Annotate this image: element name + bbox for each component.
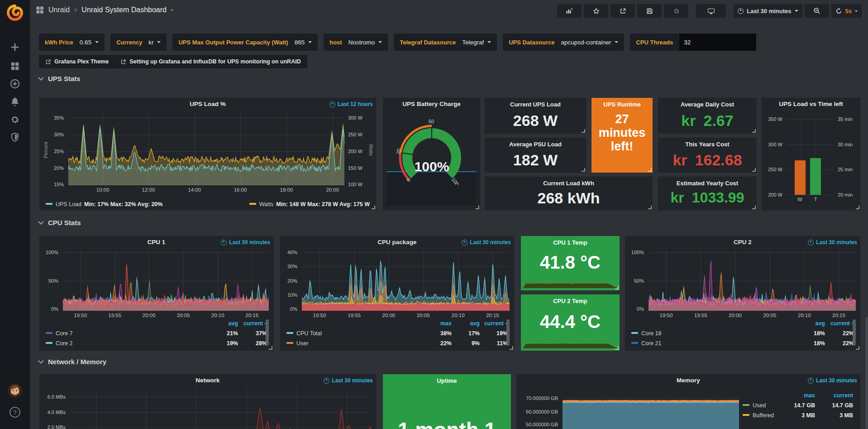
- variable-telegraf-datasource[interactable]: Telegraf DatasourceTelegraf: [394, 34, 497, 51]
- legend-item[interactable]: UPS LoadMin: 17% Max: 32% Avg: 20%: [46, 201, 162, 207]
- panel-title[interactable]: Uptime: [383, 377, 511, 384]
- network-chart[interactable]: [70, 388, 372, 429]
- panel-time-override[interactable]: Last 30 minutes: [221, 239, 270, 246]
- bar-W[interactable]: [795, 160, 806, 195]
- panel-title[interactable]: Average Daily Cost: [658, 101, 757, 108]
- help-icon[interactable]: ?: [9, 406, 21, 419]
- panel-title[interactable]: Average PSU Load: [485, 141, 586, 148]
- legend-series-name[interactable]: Buffered: [743, 412, 777, 419]
- axis-tick: 20:00: [143, 313, 156, 318]
- legend-series-name[interactable]: Core 7: [46, 330, 209, 337]
- legend-series-name[interactable]: User: [286, 340, 424, 347]
- panel-title[interactable]: UPS Load %: [39, 101, 376, 107]
- variable-host[interactable]: hostNostromo: [324, 34, 388, 51]
- panel-title[interactable]: UPS Runtime: [591, 101, 653, 108]
- legend-sort-avg[interactable]: avg: [452, 320, 480, 327]
- save-dashboard-button[interactable]: [637, 4, 662, 18]
- y-axis-left: 70.000000 GB60.000000 GB50.000000 GB: [518, 388, 560, 429]
- configuration-gear-icon[interactable]: [9, 113, 21, 126]
- dashboard-link[interactable]: Setting up Grafana and InfluxDB for UPS …: [120, 58, 300, 65]
- legend-sort-current[interactable]: current: [238, 320, 267, 327]
- panel-time-override[interactable]: Last 30 minutes: [808, 377, 857, 384]
- panel-title[interactable]: Current Load kWh: [485, 180, 653, 187]
- add-panel-button[interactable]: [557, 4, 582, 18]
- dashboard-link[interactable]: Grafana Plex Theme: [45, 58, 109, 65]
- panel-title[interactable]: This Years Cost: [658, 141, 757, 148]
- panel-time-override[interactable]: Last 30 minutes: [808, 239, 857, 246]
- alerting-bell-icon[interactable]: [9, 96, 21, 108]
- axis-tick: 10%: [287, 292, 297, 298]
- create-plus-icon[interactable]: [9, 41, 21, 53]
- legend-scrollbar[interactable]: [853, 319, 856, 346]
- cpu-package-chart[interactable]: [302, 251, 510, 311]
- variable-currency[interactable]: Currencykr: [110, 34, 167, 51]
- legend-sort-max[interactable]: max: [777, 392, 815, 399]
- panel-title[interactable]: CPU 1 Temp: [521, 239, 620, 246]
- legend-series-name[interactable]: Core 21: [631, 340, 796, 347]
- panel-title[interactable]: Estimated Yearly Cost: [658, 180, 757, 187]
- panel-title[interactable]: Current UPS Load: [485, 101, 586, 108]
- legend-series-name[interactable]: Core 18: [631, 330, 796, 337]
- axis-tick: 25%: [54, 149, 64, 154]
- memory-chart[interactable]: [563, 388, 739, 429]
- chevron-down-icon[interactable]: [171, 10, 173, 11]
- variable-cpu-threads[interactable]: CPU Threads: [630, 34, 756, 51]
- cpu2-chart[interactable]: [649, 251, 856, 311]
- kiosk-tv-button[interactable]: [696, 4, 726, 18]
- variable-value[interactable]: Nostromo: [348, 39, 382, 46]
- explore-compass-icon[interactable]: [9, 77, 21, 90]
- grafana-logo[interactable]: [6, 4, 24, 22]
- legend-sort-current[interactable]: current: [815, 392, 853, 399]
- legend-sort-current[interactable]: current: [825, 320, 854, 327]
- server-admin-shield-icon[interactable]: [9, 131, 21, 144]
- legend-sort-current[interactable]: current: [480, 320, 508, 327]
- battery-gauge[interactable]: 0 20 50 100 100%: [386, 112, 477, 185]
- ups-load-chart[interactable]: [68, 114, 344, 185]
- legend-series-name[interactable]: Used: [743, 402, 777, 409]
- legend-scrollbar[interactable]: [506, 319, 510, 346]
- dashboards-icon[interactable]: [9, 60, 21, 72]
- star-dashboard-button[interactable]: [584, 4, 608, 18]
- axis-tick: 20:10: [211, 313, 224, 318]
- legend-series-name[interactable]: CPU Total: [286, 330, 424, 337]
- y-axis-label-left: Percent: [43, 142, 48, 158]
- variable-value[interactable]: Telegraf: [462, 39, 491, 46]
- panel-time-override[interactable]: Last 30 minutes: [324, 377, 373, 384]
- breadcrumb-folder[interactable]: Unraid: [48, 6, 70, 14]
- variable-input[interactable]: [679, 34, 756, 51]
- stat-value: kr1033.99: [658, 189, 757, 206]
- variable-value[interactable]: apcupsd-container: [561, 39, 618, 46]
- breadcrumb-dashboard-title[interactable]: Unraid System Dashboard: [81, 6, 167, 14]
- section-network-memory[interactable]: Network / Memory: [39, 358, 106, 366]
- legend-sort-avg[interactable]: avg: [796, 320, 825, 327]
- variable-ups-datasource[interactable]: UPS Datasourceapcupsd-container: [503, 34, 624, 51]
- user-avatar[interactable]: [8, 383, 22, 398]
- section-ups-stats[interactable]: UPS Stats: [39, 75, 81, 82]
- refresh-button[interactable]: 5s: [831, 4, 862, 18]
- variable-ups-max-output-power-capacity-watt-[interactable]: UPS Max Output Power Capacity (Watt)865: [172, 34, 318, 51]
- legend-scrollbar[interactable]: [266, 319, 269, 346]
- page-scrollbar[interactable]: [866, 317, 868, 429]
- zoom-out-button[interactable]: [805, 4, 829, 18]
- legend-swatch: [46, 332, 52, 334]
- cpu1-chart[interactable]: [63, 251, 269, 311]
- variable-value[interactable]: kr: [148, 39, 161, 46]
- legend-series-name[interactable]: Core 2: [46, 340, 209, 347]
- panel-title[interactable]: UPS Load vs Time left: [762, 101, 860, 107]
- bar-T[interactable]: [810, 158, 821, 195]
- legend-item[interactable]: WattsMin: 148 W Max: 278 W Avg: 175 W: [249, 201, 370, 207]
- dashboard-settings-button[interactable]: [664, 4, 688, 18]
- bar-chart-plot[interactable]: WT: [787, 118, 833, 195]
- panel-time-override[interactable]: Last 30 minutes: [462, 239, 511, 246]
- variable-kwh-price[interactable]: kWh Price0.65: [39, 34, 105, 51]
- legend-sort-avg[interactable]: avg: [209, 320, 238, 327]
- variable-value[interactable]: 0.65: [80, 39, 99, 46]
- panel-time-override[interactable]: Last 12 hours: [329, 101, 373, 107]
- share-dashboard-button[interactable]: [610, 4, 635, 18]
- legend-sort-max[interactable]: max: [424, 320, 452, 327]
- section-cpu-stats[interactable]: CPU Stats: [39, 219, 81, 227]
- panel-title[interactable]: CPU 2 Temp: [521, 298, 620, 304]
- variable-value[interactable]: 865: [295, 39, 312, 46]
- time-range-picker[interactable]: Last 30 minutes: [734, 4, 802, 18]
- panel-title[interactable]: UPS Battery Charge: [383, 101, 480, 107]
